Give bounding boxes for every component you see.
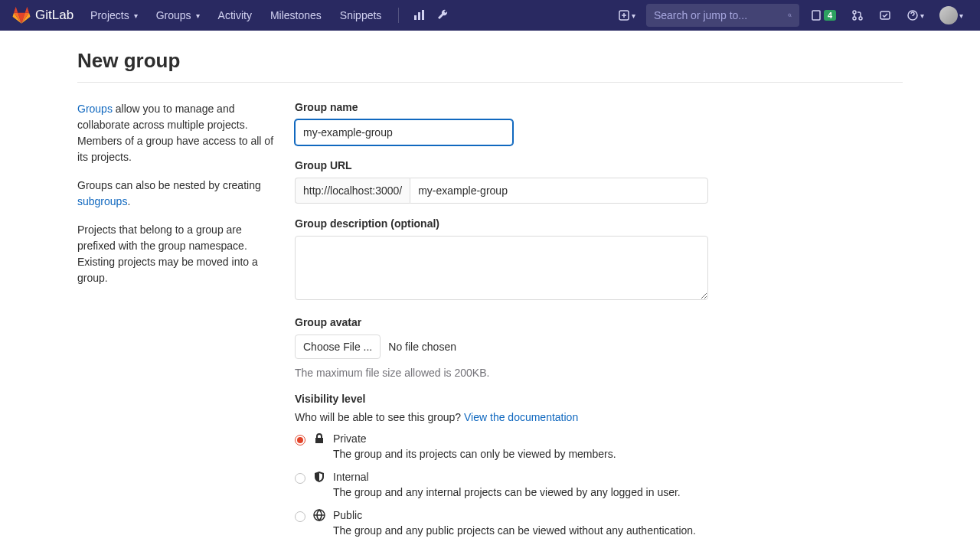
side-help: Groups allow you to manage and collabora… <box>77 101 276 545</box>
search-icon <box>788 10 792 21</box>
badge-count: 4 <box>824 10 836 21</box>
group-desc-input[interactable] <box>295 236 708 300</box>
svg-rect-1 <box>418 12 420 20</box>
gitlab-icon <box>12 6 31 24</box>
url-prefix: http://localhost:3000/ <box>295 178 410 204</box>
lock-icon <box>313 432 325 445</box>
svg-rect-0 <box>414 15 416 20</box>
group-avatar-label: Group avatar <box>295 316 903 328</box>
search-input[interactable] <box>654 9 788 21</box>
no-file-text: No file chosen <box>388 341 456 353</box>
user-menu[interactable]: ▾ <box>935 2 968 29</box>
avatar <box>939 6 958 24</box>
nav-activity[interactable]: Activity <box>211 5 260 26</box>
group-desc-label: Group description (optional) <box>295 217 903 230</box>
chevron-down-icon: ▾ <box>959 11 963 20</box>
todos-icon[interactable] <box>874 5 896 26</box>
subgroups-link[interactable]: subgroups <box>77 195 127 207</box>
visibility-doc-link[interactable]: View the documentation <box>464 411 578 423</box>
svg-rect-5 <box>812 11 820 20</box>
radio-private[interactable] <box>295 435 305 445</box>
choose-file-button[interactable]: Choose File ... <box>295 335 381 359</box>
form: Group name Group URL http://localhost:30… <box>295 101 903 545</box>
plus-icon[interactable]: ▾ <box>613 5 640 26</box>
radio-public[interactable] <box>295 511 305 522</box>
group-name-input[interactable] <box>295 119 513 145</box>
chevron-down-icon: ▾ <box>920 11 924 20</box>
svg-rect-2 <box>422 10 424 20</box>
avatar-help: The maximum file size allowed is 200KB. <box>295 367 903 379</box>
svg-point-6 <box>853 11 856 14</box>
globe-icon <box>313 509 325 521</box>
issues-icon[interactable]: 4 <box>805 5 841 26</box>
nav-divider <box>398 8 399 23</box>
search-box[interactable] <box>646 4 799 27</box>
visibility-private[interactable]: Private The group and its projects can o… <box>295 432 903 460</box>
nav-projects[interactable]: Projects▾ <box>83 5 145 26</box>
merge-requests-icon[interactable] <box>847 5 868 26</box>
nav-groups[interactable]: Groups▾ <box>149 5 207 26</box>
group-name-label: Group name <box>295 101 903 113</box>
wrench-icon[interactable] <box>433 5 454 26</box>
help-icon[interactable]: ▾ <box>902 5 929 26</box>
visibility-internal[interactable]: Internal The group and any internal proj… <box>295 471 903 498</box>
divider <box>77 82 903 83</box>
svg-point-4 <box>789 14 791 16</box>
brand-logo[interactable]: GitLab <box>12 6 74 24</box>
svg-point-7 <box>853 17 856 20</box>
visibility-public[interactable]: Public The group and any public projects… <box>295 509 903 537</box>
page-title: New group <box>77 49 903 73</box>
analytics-icon[interactable] <box>408 5 430 26</box>
nav-snippets[interactable]: Snippets <box>332 5 389 26</box>
page-container: New group Groups allow you to manage and… <box>65 31 915 545</box>
nav-right: ▾ 4 ▾ ▾ <box>613 2 968 29</box>
chevron-down-icon: ▾ <box>196 11 200 20</box>
chevron-down-icon: ▾ <box>134 11 138 20</box>
shield-icon <box>313 471 325 483</box>
group-url-label: Group URL <box>295 159 903 171</box>
brand-text: GitLab <box>35 8 74 23</box>
navbar: GitLab Projects▾ Groups▾ Activity Milest… <box>0 0 980 31</box>
visibility-label: Visibility level <box>295 393 903 405</box>
groups-link[interactable]: Groups <box>77 103 113 115</box>
nav-milestones[interactable]: Milestones <box>263 5 329 26</box>
svg-point-8 <box>859 17 862 20</box>
nav-links: Projects▾ Groups▾ Activity Milestones Sn… <box>83 5 454 26</box>
group-url-input[interactable] <box>410 178 708 204</box>
radio-internal[interactable] <box>295 473 305 484</box>
chevron-down-icon: ▾ <box>632 11 635 20</box>
